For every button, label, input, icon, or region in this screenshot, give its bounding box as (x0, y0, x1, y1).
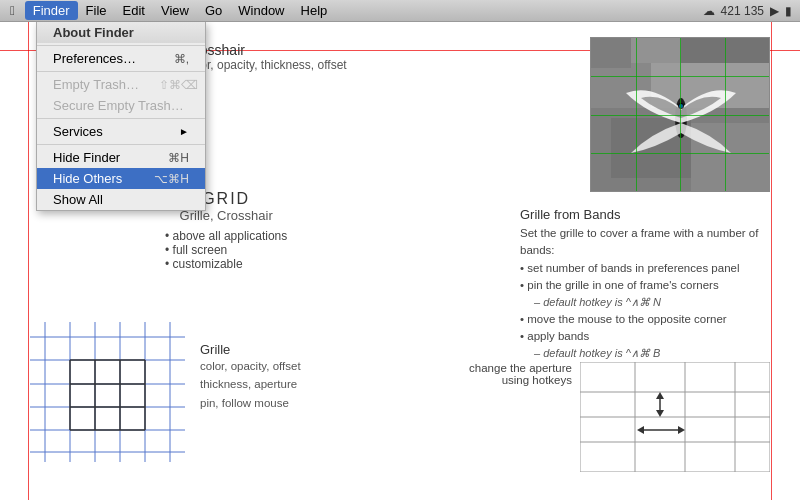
menu-edit[interactable]: Edit (115, 1, 153, 20)
aperture-label2: using hotkeys (469, 374, 572, 386)
butterfly-grid-overlay (591, 38, 769, 191)
svg-marker-45 (656, 410, 664, 417)
menu-view[interactable]: View (153, 1, 197, 20)
bands-sub1: – default hotkey is ^∧⌘ N (520, 294, 770, 311)
preferences-label: Preferences… (53, 51, 136, 66)
grille-visual (30, 322, 185, 462)
separator-4 (37, 144, 205, 145)
section-grille: Grille color, opacity, offset thickness,… (200, 342, 301, 412)
grid-bullet-2: full screen (165, 243, 287, 257)
section-bands: Grille from Bands Set the grille to cove… (520, 207, 770, 362)
dropdown-menu: About Finder Preferences… ⌘, Empty Trash… (36, 22, 206, 211)
section-aperture: change the aperture using hotkeys (469, 362, 770, 472)
status-text: 421 135 (721, 4, 764, 18)
grid-bullet-1: above all applications (165, 229, 287, 243)
services-arrow: ► (179, 126, 189, 137)
butterfly-frame (590, 37, 770, 192)
dropdown-services[interactable]: Services ► (37, 121, 205, 142)
dropdown-header[interactable]: About Finder (37, 22, 205, 43)
dropdown-secure-empty[interactable]: Secure Empty Trash… (37, 95, 205, 116)
red-line-right (771, 22, 772, 500)
empty-trash-shortcut: ⇧⌘⌫ (159, 78, 198, 92)
dropdown-preferences[interactable]: Preferences… ⌘, (37, 48, 205, 69)
dropdown-hide-others[interactable]: Hide Others ⌥⌘H (37, 168, 205, 189)
bands-bullet-3: • move the mouse to the opposite corner (520, 311, 770, 328)
menu-file[interactable]: File (78, 1, 115, 20)
menu-finder[interactable]: Finder (25, 1, 78, 20)
menu-window[interactable]: Window (230, 1, 292, 20)
svg-marker-48 (678, 426, 685, 434)
dropdown-empty-trash[interactable]: Empty Trash… ⇧⌘⌫ (37, 74, 205, 95)
main-content: About Finder Preferences… ⌘, Empty Trash… (0, 22, 800, 500)
menu-go[interactable]: Go (197, 1, 230, 20)
separator-3 (37, 118, 205, 119)
secure-empty-label: Secure Empty Trash… (53, 98, 184, 113)
bands-title: Grille from Bands (520, 207, 770, 222)
bands-desc: Set the grille to cover a frame with a n… (520, 225, 770, 260)
empty-trash-label: Empty Trash… (53, 77, 139, 92)
grid-bullet-3: customizable (165, 257, 287, 271)
grille-desc: color, opacity, offset thickness, apertu… (200, 357, 301, 412)
hide-others-shortcut: ⌥⌘H (154, 172, 189, 186)
separator-2 (37, 71, 205, 72)
svg-marker-47 (637, 426, 644, 434)
separator-1 (37, 45, 205, 46)
bands-bullet-2: • pin the grille in one of frame's corne… (520, 277, 770, 294)
section-crosshair: Crosshair color, opacity, thickness, off… (185, 42, 347, 72)
services-label: Services (53, 124, 103, 139)
hide-finder-shortcut: ⌘H (168, 151, 189, 165)
menubar-status: ☁ 421 135 ▶ ▮ (703, 4, 800, 18)
wifi-icon: ☁ (703, 4, 715, 18)
aperture-grid-svg (580, 362, 770, 472)
show-all-label: Show All (53, 192, 103, 207)
hide-others-label: Hide Others (53, 171, 122, 186)
crosshair-desc: color, opacity, thickness, offset (185, 58, 347, 72)
grid-bullets: above all applications full screen custo… (165, 229, 287, 271)
preferences-shortcut: ⌘, (174, 52, 189, 66)
red-line-left (28, 22, 29, 500)
sound-icon: ▶ (770, 4, 779, 18)
battery-icon: ▮ (785, 4, 792, 18)
grille-svg (30, 322, 185, 462)
menu-help[interactable]: Help (293, 1, 336, 20)
dropdown-show-all[interactable]: Show All (37, 189, 205, 210)
bands-bullet-4: • apply bands (520, 328, 770, 345)
hide-finder-label: Hide Finder (53, 150, 120, 165)
svg-marker-44 (656, 392, 664, 399)
apple-logo[interactable]:  (0, 3, 25, 18)
grille-title: Grille (200, 342, 301, 357)
aperture-label1: change the aperture (469, 362, 572, 374)
menubar:  Finder File Edit View Go Window Help ☁… (0, 0, 800, 22)
crosshair-title: Crosshair (185, 42, 347, 58)
bands-sub2: – default hotkey is ^∧⌘ B (520, 345, 770, 362)
bands-bullet-1: • set number of bands in preferences pan… (520, 260, 770, 277)
dropdown-hide-finder[interactable]: Hide Finder ⌘H (37, 147, 205, 168)
